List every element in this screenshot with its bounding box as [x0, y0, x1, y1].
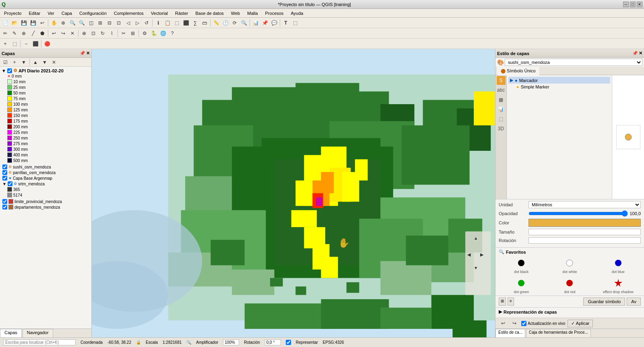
apply-btn[interactable]: ✓ Aplicar [568, 320, 593, 327]
plugin1-btn[interactable]: ⚙ [140, 29, 149, 38]
save-as-btn[interactable]: 💾 [29, 18, 37, 27]
plugin3-btn[interactable]: 🌐 [159, 29, 167, 38]
menu-base-datos[interactable]: Base de datos [192, 10, 227, 16]
feature-form-btn[interactable]: 📋 [163, 18, 172, 27]
t3-btn[interactable]: − [22, 39, 31, 48]
pan-to-selection[interactable]: ⊕ [59, 18, 68, 27]
layer-srtm-header[interactable]: ▼ ⚙ srtm_mendoza [1, 181, 91, 187]
prop-rotacion-input[interactable]: 0,00 ° [528, 237, 641, 244]
table-list-btn[interactable]: ≡ [508, 298, 514, 306]
revert-btn[interactable]: ↩ [38, 18, 47, 27]
open-table-btn[interactable]: 🗃 [200, 18, 209, 27]
refresh-btn[interactable]: ↺ [142, 18, 151, 27]
live-update-checkbox[interactable] [521, 321, 526, 326]
clock-btn[interactable]: 🕐 [221, 18, 230, 27]
prop-color-btn[interactable] [528, 219, 641, 227]
undo-btn[interactable]: ↩ [50, 29, 58, 38]
pin-btn[interactable]: 📌 [260, 18, 269, 27]
label-move-btn[interactable]: ⬚ [291, 18, 299, 27]
fav-dot-white[interactable]: dot white [547, 257, 592, 274]
zoom-layer-btn[interactable]: ⊟ [105, 18, 114, 27]
tab-simbolo-unico[interactable]: ⬤ Símbolo Único [497, 67, 539, 75]
fav-dot-green[interactable]: dot green [499, 277, 544, 294]
split-btn[interactable]: ✂ [119, 29, 128, 38]
new-layer-btn[interactable]: + [1, 39, 10, 48]
amplificador-input[interactable] [223, 339, 239, 345]
update-btn[interactable]: ⟳ [230, 18, 239, 27]
help-btn[interactable]: ? [168, 29, 177, 38]
parrillas-checkbox[interactable] [2, 170, 7, 175]
fav-dot-red[interactable]: dot red [547, 277, 592, 294]
search-input[interactable] [3, 339, 76, 345]
t4-btn[interactable]: ⬛ [31, 39, 40, 48]
open-project-btn[interactable]: 📂 [10, 18, 19, 27]
rep-header[interactable]: ▶ Representación de capas [499, 309, 641, 314]
t5-btn[interactable]: 🔴 [43, 39, 52, 48]
menu-complementos[interactable]: Complementos [111, 10, 147, 16]
sym-icon-style[interactable]: S [497, 76, 506, 85]
save-project-btn[interactable]: 💾 [19, 18, 28, 27]
layer-add-btn[interactable]: + [10, 58, 19, 67]
capture-line-btn[interactable]: ╱ [29, 29, 37, 38]
layer-diagrams-btn[interactable]: 📊 [251, 18, 260, 27]
deselect-btn[interactable]: ⬛ [182, 18, 190, 27]
api-diario-header[interactable]: ▼ ⚙ API Diario 2021-02-20 [1, 68, 91, 74]
layer-capa-base[interactable]: ★ Capa Base Argenmap [1, 175, 91, 181]
identify-btn[interactable]: ℹ [154, 18, 163, 27]
menu-ayuda[interactable]: Ayuda [287, 10, 306, 16]
zoom-in-btn[interactable]: 🔍 [68, 18, 77, 27]
merge-btn[interactable]: ⊞ [128, 29, 137, 38]
rotacion-status-input[interactable] [265, 339, 281, 345]
delete-btn[interactable]: ✕ [68, 29, 77, 38]
map-tips-btn[interactable]: 🔍 [239, 18, 248, 27]
sym-icon-mask[interactable]: ⬚ [497, 115, 506, 123]
tab-estilo-ca[interactable]: Estilo de ca... [495, 329, 525, 337]
map-area[interactable]: ✋ ▲ ▼ ◀ ▶ [92, 49, 495, 337]
zoom-selection-btn[interactable]: ⊡ [114, 18, 123, 27]
node-tool-btn[interactable]: ⊡ [89, 29, 98, 38]
fav-dot-blue[interactable]: dot blue [596, 257, 641, 274]
tab-capas[interactable]: Capas [0, 329, 22, 337]
label-btn[interactable]: T [281, 18, 290, 27]
av-btn[interactable]: Av [627, 298, 641, 306]
tab-navegador[interactable]: Navegador [23, 329, 53, 337]
layer-up-btn[interactable]: ▲ [31, 58, 40, 67]
limite-checkbox[interactable] [2, 199, 7, 204]
redo-btn[interactable]: ↪ [59, 29, 68, 38]
zoom-next-btn[interactable]: ▷ [133, 18, 142, 27]
layer-down-btn[interactable]: ▼ [40, 58, 49, 67]
zoom-out-btn[interactable]: 🔍 [77, 18, 86, 27]
capture-poly-btn[interactable]: ⬟ [38, 29, 47, 38]
pan-tool[interactable]: ✋ [50, 18, 58, 27]
sym-root-marcador[interactable]: ▶ ● Marcador [508, 77, 610, 84]
favorites-header[interactable]: 🔍 Favoritos [499, 249, 641, 255]
layer-filter-btn[interactable]: ▼ [19, 58, 28, 67]
capabase-checkbox[interactable] [2, 176, 7, 181]
undo-style-btn[interactable]: ↩ [499, 319, 508, 328]
prop-unidad-select[interactable]: Milímetros [528, 201, 641, 208]
sym-icon-3d[interactable]: 3D [497, 124, 506, 133]
menu-capa[interactable]: Capa [58, 10, 75, 16]
statistics-btn[interactable]: ∑ [191, 18, 200, 27]
digitize-btn[interactable]: ✏ [1, 29, 10, 38]
sym-icon-abc[interactable]: abc [497, 86, 506, 94]
sushi-checkbox[interactable] [2, 164, 7, 169]
zoom-previous-btn[interactable]: ◁ [124, 18, 132, 27]
fav-dot-black[interactable]: dot black [499, 257, 544, 274]
menu-malla[interactable]: Malla [244, 10, 261, 16]
layers-close-icon[interactable]: ✕ [86, 51, 90, 56]
sym-icon-gradient[interactable]: ▦ [497, 95, 506, 104]
menu-configuracion[interactable]: Configuración [76, 10, 110, 16]
edit-btn[interactable]: ✎ [10, 29, 19, 38]
save-symbol-btn[interactable]: Guardar símbolo [583, 298, 625, 306]
prop-tamano-input[interactable]: 2,00000 [528, 229, 641, 235]
plugin2-btn[interactable]: 🐍 [149, 29, 158, 38]
right-pin-icon[interactable]: 📌 [632, 51, 638, 56]
zoom-extent-btn[interactable]: ⊞ [96, 18, 105, 27]
layer-sushi[interactable]: ⚙ sushi_osm_mendoza [1, 164, 91, 170]
layer-limite[interactable]: limite_provincial_mendoza [1, 199, 91, 204]
sym-child-simple-marker[interactable]: ● Simple Marker [515, 84, 610, 90]
render-checkbox[interactable] [286, 340, 291, 345]
layer-parrillas[interactable]: ⚙ parrillas_osm_mendoza [1, 170, 91, 175]
menu-ver[interactable]: Ver [44, 10, 58, 16]
